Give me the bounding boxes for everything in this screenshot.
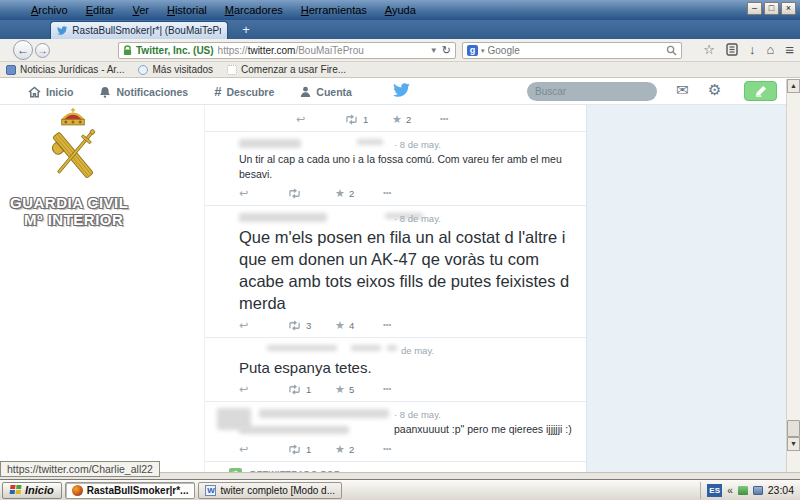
- hamburger-menu-icon[interactable]: ≡: [785, 41, 794, 58]
- tray-collapse-icon[interactable]: «: [727, 485, 733, 496]
- favorite-star-icon[interactable]: ★: [335, 383, 345, 395]
- bell-icon: [99, 86, 111, 98]
- forward-button[interactable]: →: [35, 43, 50, 58]
- twitter-search-input[interactable]: [535, 86, 667, 97]
- taskbar-clock: 23:04: [768, 484, 798, 496]
- compose-tweet-button[interactable]: [744, 81, 777, 101]
- tweet-date[interactable]: de may.: [401, 345, 434, 356]
- menu-historial[interactable]: Historial: [158, 4, 216, 16]
- retweet-icon[interactable]: [287, 188, 302, 199]
- right-panel: [586, 105, 786, 472]
- redacted-username: [267, 345, 337, 351]
- reply-icon[interactable]: ↩: [239, 383, 248, 395]
- twitter-bird-icon[interactable]: [393, 83, 410, 98]
- site-identity[interactable]: Twitter, Inc. (US): [136, 45, 214, 56]
- url-dropdown-icon[interactable]: ▼: [430, 46, 438, 55]
- taskbar: Inicio RastaBullSmoker|r*... W twiter co…: [0, 479, 800, 500]
- tweet[interactable]: de may. Puta espanya tetes. ↩ 1 ★5 •••: [205, 337, 586, 401]
- nav-inicio[interactable]: Inicio: [28, 86, 73, 98]
- retweet-icon[interactable]: [287, 320, 302, 331]
- more-dots-icon[interactable]: •••: [440, 113, 448, 125]
- document-icon: W: [205, 485, 216, 496]
- scrollbar-thumb[interactable]: [787, 420, 800, 437]
- tray-display-icon[interactable]: [753, 486, 763, 495]
- more-dots-icon[interactable]: •••: [383, 443, 391, 455]
- tweet-actions: ↩ 1 ★5 •••: [239, 381, 572, 397]
- bookmark-star-icon[interactable]: ☆: [703, 42, 715, 57]
- tweet-date[interactable]: · 8 de may.: [394, 213, 441, 224]
- reply-icon[interactable]: ↩: [239, 187, 248, 199]
- language-indicator[interactable]: ES: [707, 484, 722, 497]
- maximize-icon[interactable]: □: [764, 2, 779, 15]
- screen: Archivo Editar Ver Historial Marcadores …: [0, 0, 800, 500]
- favorite-star-icon[interactable]: ★: [335, 187, 345, 199]
- tweet-date[interactable]: · 8 de may.: [394, 409, 441, 420]
- reply-icon[interactable]: ↩: [296, 113, 305, 125]
- bookmark-comenzar[interactable]: Comenzar a usar Fire...: [227, 64, 346, 75]
- twitter-search-box[interactable]: [527, 82, 657, 101]
- task-firefox[interactable]: RastaBullSmoker|r*...: [65, 482, 196, 499]
- tray-network-icon[interactable]: [738, 486, 748, 495]
- start-button[interactable]: Inicio: [2, 482, 62, 499]
- redacted-username: [239, 213, 327, 222]
- reply-icon[interactable]: ↩: [239, 443, 248, 455]
- settings-gear-icon[interactable]: ⚙: [708, 81, 721, 99]
- favorite-star-icon[interactable]: ★: [335, 443, 345, 455]
- favorite-star-icon[interactable]: ★: [392, 113, 402, 125]
- more-dots-icon[interactable]: •••: [383, 319, 391, 331]
- scroll-down-icon[interactable]: ▼: [787, 437, 800, 451]
- redacted-date-part: [387, 345, 397, 351]
- tab-title: RastaBullSmoker|r*| (BouMaiTePr...: [72, 25, 221, 36]
- retweet-icon[interactable]: [287, 444, 302, 455]
- tweet-expanded[interactable]: · 8 de may. Que m'els posen en fila un a…: [205, 205, 586, 337]
- close-icon[interactable]: ×: [781, 2, 796, 15]
- nav-notificaciones[interactable]: Notificaciones: [99, 86, 188, 98]
- home-icon[interactable]: ⌂: [766, 42, 774, 57]
- more-dots-icon[interactable]: •••: [383, 187, 391, 199]
- redacted-mentions: [239, 426, 349, 434]
- browser-search-box[interactable]: g ▾: [462, 42, 682, 59]
- nav-cuenta[interactable]: Cuenta: [300, 86, 352, 98]
- google-icon[interactable]: g: [467, 45, 478, 56]
- bookmark-noticias[interactable]: Noticias Jurídicas - Ar...: [6, 64, 124, 75]
- menu-archivo[interactable]: Archivo: [22, 4, 77, 16]
- reply-icon[interactable]: ↩: [239, 319, 248, 331]
- bookmarks-panel-icon[interactable]: [726, 43, 738, 56]
- menu-herramientas[interactable]: Herramientas: [292, 4, 376, 16]
- menu-ver[interactable]: Ver: [123, 4, 158, 16]
- url-text: https://twitter.com/BouMaiTeProu: [218, 45, 426, 56]
- retweet-icon[interactable]: [287, 384, 302, 395]
- tweet-stream: ↩ 1 ★2 ••• · 8 de may. Un tir al cap a c…: [204, 105, 586, 472]
- tab-twitter[interactable]: RastaBullSmoker|r*| (BouMaiTePr...: [50, 21, 228, 39]
- tweet-date[interactable]: · 8 de may.: [394, 139, 441, 150]
- vertical-scrollbar[interactable]: ▲ ▼: [786, 79, 800, 472]
- search-icon[interactable]: [666, 45, 677, 56]
- tweet-text: paanxuuuut :p" pero me qierees ijjjjji :…: [394, 423, 572, 435]
- reload-icon[interactable]: ↻: [442, 44, 451, 57]
- task-word-document[interactable]: W twiter completo [Modo d...: [198, 482, 342, 499]
- bookmark-mas-visitados[interactable]: Más visitados: [138, 64, 213, 75]
- tweet-header: · 8 de may.: [239, 407, 572, 422]
- tweet-actions: ↩ ★2 •••: [239, 185, 572, 201]
- more-dots-icon[interactable]: •••: [383, 383, 391, 395]
- downloads-icon[interactable]: ↓: [749, 42, 756, 57]
- engine-caret-icon[interactable]: ▾: [481, 47, 485, 55]
- messages-envelope-icon[interactable]: ✉: [676, 81, 689, 99]
- nav-descubre[interactable]: # Descubre: [214, 84, 274, 99]
- tweet-reply[interactable]: · 8 de may. paanxuuuut :p" pero me qiere…: [205, 401, 586, 461]
- tweet-text: Puta espanya tetes.: [239, 358, 573, 378]
- back-button[interactable]: ←: [13, 40, 33, 60]
- favorite-star-icon[interactable]: ★: [335, 319, 345, 331]
- retweet-icon[interactable]: [344, 114, 359, 125]
- guardia-civil-emblem-icon: [42, 108, 104, 190]
- new-tab-button[interactable]: +: [236, 22, 256, 37]
- menu-editar[interactable]: Editar: [77, 4, 124, 16]
- status-url-text: https://twitter.com/Charlie_all22: [7, 463, 153, 475]
- browser-search-input[interactable]: [488, 45, 663, 56]
- tweet[interactable]: · 8 de may. Un tir al cap a cada uno i a…: [205, 131, 586, 205]
- menu-ayuda[interactable]: Ayuda: [376, 4, 425, 16]
- menu-marcadores[interactable]: Marcadores: [216, 4, 292, 16]
- url-bar[interactable]: Twitter, Inc. (US) https://twitter.com/B…: [118, 42, 456, 59]
- scroll-up-icon[interactable]: ▲: [787, 79, 800, 93]
- minimize-icon[interactable]: –: [747, 2, 762, 15]
